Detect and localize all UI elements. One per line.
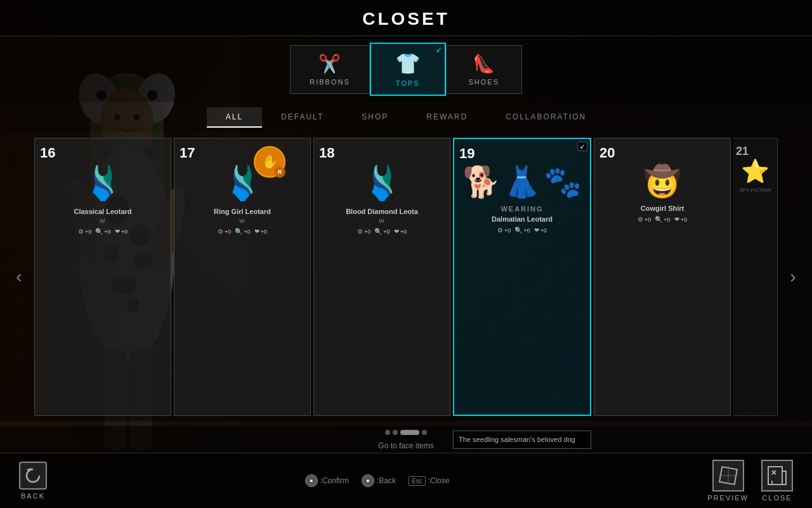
ribbons-icon: ✂️ — [318, 53, 341, 74]
item-21-number: 21 — [736, 145, 749, 158]
back-icon — [19, 462, 47, 490]
item-21-icon: ⭐ — [741, 158, 769, 185]
nav-prev[interactable]: ‹ — [6, 138, 32, 416]
scroll-dot-2 — [393, 430, 398, 435]
bottom-bar: BACK ● :Confirm ● :Back Esc :Close — [0, 453, 812, 508]
controls-hint: ● :Confirm ● :Back Esc :Close — [305, 474, 450, 487]
item-18-w: W — [379, 218, 385, 224]
item-19[interactable]: ↙ 19 🐕👗🐾 WEARING Dalmatian Leotard ⚙+0 🔍… — [453, 138, 591, 416]
item-18[interactable]: 18 🩱 Blood Diamond Leota W ⚙+0 🔍+0 ❤+0 — [313, 138, 450, 416]
back-label: BACK — [21, 492, 45, 500]
item-16-stats: ⚙+0 🔍+0 ❤+0 — [78, 228, 128, 235]
close-text: :Close — [428, 476, 450, 485]
item-20-name: Cowgirl Shirt — [641, 204, 684, 212]
esc-key: Esc — [409, 476, 426, 486]
preview-label: PREVIEW — [707, 494, 749, 502]
item-16[interactable]: 16 🩱 Classical Leotard W ⚙+0 🔍+0 ❤+0 — [34, 138, 171, 416]
filter-bar: ALL DEFAULT SHOP REWARD COLLABORATION — [0, 102, 812, 133]
item-17-name: Ring Girl Leotard — [214, 208, 271, 215]
tooltip-text: The seedling salesman's beloved dog — [459, 436, 575, 443]
confirm-icon: ● — [305, 474, 318, 487]
filter-reward[interactable]: REWARD — [407, 107, 487, 128]
preview-icon — [712, 460, 744, 491]
svg-rect-26 — [768, 467, 782, 485]
preview-button[interactable]: PREVIEW — [707, 460, 749, 502]
items-row: ‹ 16 🩱 Classical Leotard W ⚙+0 🔍+0 ❤+0 1… — [0, 133, 812, 421]
tops-label: TOPS — [396, 79, 420, 87]
item-19-tooltip: The seedling salesman's beloved dog — [453, 431, 591, 449]
item-19-number: 19 — [459, 145, 475, 162]
scroll-dot-4 — [422, 430, 427, 435]
item-20-stats: ⚙+0 🔍+0 ❤+0 — [638, 216, 687, 223]
item-18-number: 18 — [319, 145, 334, 161]
item-19-stats: ⚙+0 🔍+0 ❤+0 — [497, 227, 547, 234]
item-19-icon: 🐕👗🐾 — [462, 164, 582, 200]
item-20-number: 20 — [599, 145, 615, 161]
filter-all[interactable]: ALL — [207, 107, 262, 128]
item-21-label: SPY FICTION — [739, 187, 771, 193]
ui-container: CLOSET ✂️ RIBBONS 👕 TOPS 👠 SHOES ✋ R ALL… — [0, 0, 812, 508]
close-icon — [761, 460, 793, 491]
item-20[interactable]: 20 🤠 Cowgirl Shirt ⚙+0 🔍+0 ❤+0 — [594, 138, 731, 416]
tab-ribbons[interactable]: ✂️ RIBBONS — [290, 45, 370, 94]
filter-collaboration[interactable]: COLLABORATION — [487, 107, 605, 128]
rotate-hint: ✋ R — [254, 146, 285, 178]
item-21-partial[interactable]: 21 ⭐ SPY FICTION — [733, 138, 778, 416]
go-face-items[interactable]: Go to face items — [0, 439, 812, 453]
item-18-name: Blood Diamond Leota — [346, 208, 418, 215]
item-17-stats: ⚙+0 🔍+0 ❤+0 — [218, 228, 267, 235]
page-title: CLOSET — [0, 9, 812, 29]
item-19-wearing: WEARING — [501, 205, 543, 213]
back-hint: ● :Back — [362, 474, 396, 487]
item-16-icon: 🩱 — [82, 164, 124, 203]
tops-icon: 👕 — [395, 51, 421, 76]
scroll-bar — [0, 426, 812, 439]
item-19-name: Dalmatian Leotard — [492, 215, 553, 223]
confirm-text: :Confirm — [320, 476, 349, 485]
top-bar: CLOSET — [0, 0, 812, 36]
shoes-icon: 👠 — [473, 53, 495, 74]
bottom-right-buttons: PREVIEW CLOSE — [707, 460, 793, 502]
item-16-number: 16 — [40, 145, 55, 161]
item-20-icon: 🤠 — [643, 164, 681, 199]
scroll-dot-3 — [400, 430, 419, 435]
scroll-dot-1 — [385, 430, 390, 435]
item-16-w: W — [100, 218, 106, 224]
confirm-hint: ● :Confirm — [305, 474, 349, 487]
back-button[interactable]: BACK — [19, 462, 47, 500]
item-16-name: Classical Leotard — [74, 208, 131, 215]
tab-shoes[interactable]: 👠 SHOES — [446, 45, 522, 94]
item-18-icon: 🩱 — [362, 164, 403, 203]
item-19-corner: ↙ — [577, 142, 587, 151]
tab-tops[interactable]: 👕 TOPS — [370, 43, 446, 96]
filter-shop[interactable]: SHOP — [343, 107, 407, 128]
ribbons-label: RIBBONS — [310, 78, 350, 86]
filter-default[interactable]: DEFAULT — [262, 107, 343, 128]
item-17-w: W — [239, 218, 246, 224]
item-17[interactable]: 17 🩱 Ring Girl Leotard W ⚙+0 🔍+0 ❤+0 — [174, 138, 311, 416]
close-label: CLOSE — [762, 494, 792, 502]
close-hint: Esc :Close — [409, 476, 450, 486]
item-17-number: 17 — [180, 145, 195, 161]
shoes-label: SHOES — [468, 78, 499, 86]
category-tabs: ✂️ RIBBONS 👕 TOPS 👠 SHOES — [0, 36, 812, 102]
nav-next[interactable]: › — [780, 138, 806, 416]
close-button[interactable]: CLOSE — [761, 460, 793, 502]
item-18-stats: ⚙+0 🔍+0 ❤+0 — [357, 228, 407, 235]
back-btn-icon: ● — [362, 474, 374, 487]
back-text: :Back — [377, 476, 396, 485]
